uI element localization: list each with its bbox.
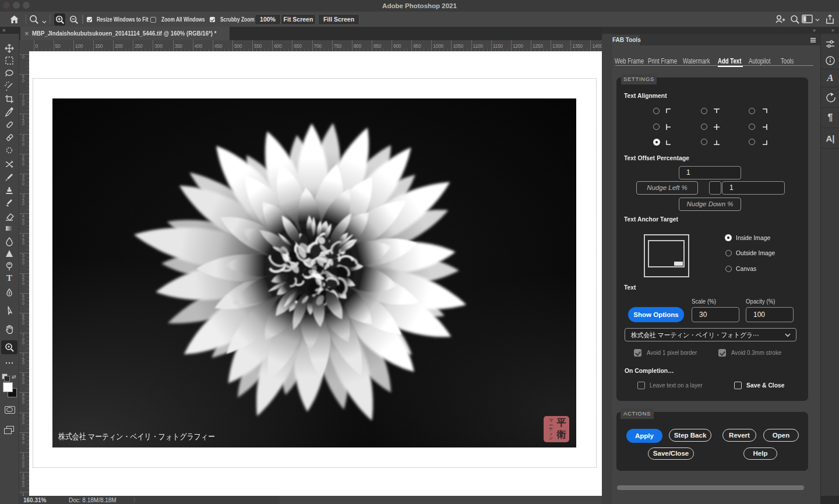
svg-text:T: T	[6, 273, 12, 283]
